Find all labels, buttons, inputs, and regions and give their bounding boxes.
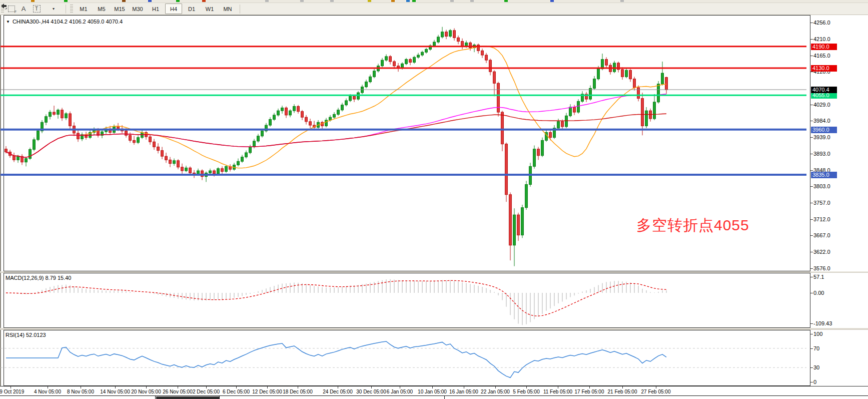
toolbar-icon-fragment bbox=[406, 0, 410, 2]
arrows-icon bbox=[0, 3, 8, 10]
symbol-ohlc-text: CHINA300-,H4 4104.2 4106.2 4059.0 4070.4 bbox=[13, 19, 123, 25]
toolbar-icon-fragment bbox=[368, 0, 371, 2]
timeframe-button-m1[interactable]: M1 bbox=[75, 4, 92, 14]
chart-menu-triangle-icon[interactable]: ▼ bbox=[6, 20, 10, 24]
bottom-windows-strip bbox=[0, 395, 868, 399]
candle-body bbox=[597, 69, 600, 79]
candle-body bbox=[493, 72, 496, 83]
candle-body bbox=[37, 131, 40, 140]
timeframe-button-m30[interactable]: M30 bbox=[129, 4, 146, 14]
chart-toolbar: F A T ▾ M1M5M15M30H1H4D1W1MN bbox=[0, 3, 868, 15]
date-axis[interactable]: 29 Oct 20194 Nov 05:008 Nov 05:0014 Nov … bbox=[0, 386, 868, 396]
timeframe-button-mn[interactable]: MN bbox=[219, 4, 236, 14]
date-axis-label: 22 Jan 05:00 bbox=[481, 389, 510, 394]
candle-body bbox=[561, 122, 564, 127]
rsi-axis-label: 0 bbox=[813, 379, 816, 385]
candle-body bbox=[253, 141, 256, 147]
bottom-dark-segment bbox=[156, 396, 219, 399]
candle-body bbox=[577, 101, 580, 112]
arrows-tool-button[interactable]: ▾ bbox=[45, 4, 62, 14]
date-axis-label: 30 Dec 05:00 bbox=[356, 389, 386, 394]
bottom-divider-3 bbox=[444, 396, 445, 399]
candle-body bbox=[433, 42, 436, 46]
toolbar-icon-fragment bbox=[620, 0, 624, 2]
date-tick bbox=[206, 386, 207, 388]
toolbar-icon-fragment bbox=[265, 0, 269, 2]
price-axis-label: 3939.0 bbox=[813, 134, 830, 140]
timeframe-button-m15[interactable]: M15 bbox=[111, 4, 128, 14]
candle-body bbox=[29, 149, 32, 158]
rsi-axis-label: 30 bbox=[813, 364, 819, 370]
date-tick bbox=[236, 386, 237, 388]
candle-body bbox=[277, 111, 280, 115]
rsi-axis-label: 100 bbox=[813, 331, 822, 337]
toolbar-separator bbox=[66, 5, 66, 14]
candle-body bbox=[221, 169, 224, 172]
candle-body bbox=[53, 112, 56, 114]
toolbar-drag-handle-2[interactable] bbox=[70, 5, 73, 14]
timeframe-button-d1[interactable]: D1 bbox=[183, 4, 200, 14]
price-axis-label: 4120.0 bbox=[813, 69, 830, 75]
candle-body bbox=[369, 77, 372, 82]
toolbar-icon-fragment bbox=[330, 0, 334, 2]
candle-body bbox=[641, 99, 644, 126]
macd-label: MACD(12,26,9) 8.79 15.40 bbox=[6, 275, 71, 281]
candle-body bbox=[333, 114, 336, 117]
candle-body bbox=[413, 57, 416, 62]
date-axis-label: 12 Dec 05:00 bbox=[252, 389, 282, 394]
timeframe-button-w1[interactable]: W1 bbox=[201, 4, 218, 14]
timeframe-button-m5[interactable]: M5 bbox=[93, 4, 110, 14]
date-tick bbox=[338, 386, 338, 388]
candle-body bbox=[213, 171, 216, 174]
timeframe-button-h4[interactable]: H4 bbox=[165, 4, 182, 14]
rsi-panel: RSI(14) 52.0123 10070300 bbox=[0, 330, 868, 386]
candle-body bbox=[589, 88, 592, 99]
candle-body bbox=[157, 147, 160, 150]
candle-body bbox=[345, 101, 348, 105]
date-tick bbox=[495, 386, 496, 388]
date-tick bbox=[48, 386, 48, 388]
timeframe-button-h1[interactable]: H1 bbox=[147, 4, 164, 14]
candle-body bbox=[665, 78, 668, 90]
candle-body bbox=[257, 136, 260, 141]
candle-body bbox=[629, 70, 632, 79]
candle-body bbox=[537, 149, 540, 156]
candle-body bbox=[573, 107, 576, 112]
price-axis-label: 3848.0 bbox=[813, 167, 830, 173]
candle-body bbox=[173, 161, 176, 164]
candle-body bbox=[125, 131, 128, 136]
candle-body bbox=[373, 71, 376, 77]
date-axis-label: 24 Dec 05:00 bbox=[323, 389, 353, 394]
grid-f-tool-button[interactable]: F bbox=[7, 4, 17, 14]
candle-body bbox=[133, 140, 136, 142]
rsi-chart-surface[interactable] bbox=[0, 330, 811, 386]
date-tick bbox=[432, 386, 433, 388]
candle-body bbox=[421, 52, 424, 55]
date-axis-label: 17 Feb 05:00 bbox=[575, 389, 604, 394]
macd-chart-surface[interactable] bbox=[0, 273, 811, 328]
candle-body bbox=[261, 131, 264, 136]
date-tick bbox=[81, 386, 81, 388]
grid-icon: F bbox=[8, 6, 15, 12]
candle-body bbox=[237, 161, 240, 165]
candle-body bbox=[393, 62, 396, 66]
candle-body bbox=[165, 156, 168, 160]
candle-body bbox=[533, 149, 536, 167]
candle-body bbox=[517, 215, 520, 235]
price-axis-label: 3712.0 bbox=[813, 216, 830, 222]
toolbar-icon-fragment bbox=[31, 0, 35, 2]
text-label-tool-button[interactable]: T bbox=[31, 4, 43, 14]
macd-axis-label: 57.1 bbox=[813, 274, 824, 280]
price-line-badge: 4130.0 bbox=[811, 65, 837, 72]
candle-body bbox=[593, 79, 596, 89]
date-tick bbox=[656, 386, 656, 388]
candle-body bbox=[365, 82, 368, 87]
candle-body bbox=[77, 133, 80, 139]
candle-body bbox=[505, 144, 508, 195]
rsi-line bbox=[6, 341, 666, 377]
candle-body bbox=[137, 138, 140, 143]
text-a-tool-button[interactable]: A bbox=[19, 4, 29, 14]
candle-body bbox=[245, 153, 248, 157]
rsi-label: RSI(14) 52.0123 bbox=[6, 332, 46, 338]
candle-body bbox=[385, 57, 388, 60]
